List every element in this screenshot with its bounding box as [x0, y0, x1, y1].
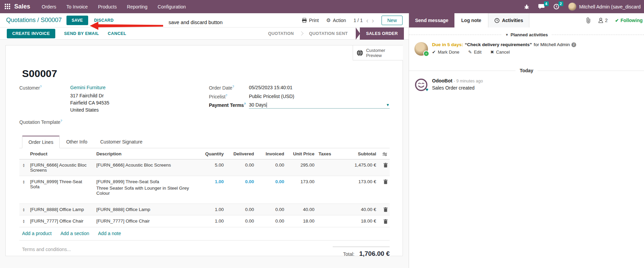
edit-activity-button[interactable]: ✎Edit [468, 50, 481, 55]
tab-customer-signature[interactable]: Customer Signature [94, 136, 149, 148]
drag-handle-icon[interactable]: ▲▼ [21, 207, 26, 212]
menu-reporting[interactable]: Reporting [127, 4, 148, 9]
cancel-activity-button[interactable]: ✖Cancel [490, 50, 510, 55]
menu-to-invoice[interactable]: To Invoice [66, 4, 88, 9]
send-by-email-button[interactable]: SEND BY EMAIL [64, 31, 99, 36]
breadcrumb[interactable]: Quotations / S00007 [6, 17, 62, 24]
info-icon[interactable]: i [571, 42, 576, 47]
statusbar: CREATE INVOICE SEND BY EMAIL CANCEL QUOT… [0, 27, 409, 40]
pencil-icon: ✎ [468, 50, 472, 55]
activity-due: Due in 5 days: [432, 42, 463, 47]
customer-link[interactable]: Gemini Furniture [70, 85, 105, 90]
dropdown-caret-icon[interactable]: ▼ [386, 103, 390, 107]
cancel-button[interactable]: CANCEL [108, 31, 126, 36]
check-icon: ✔ [615, 18, 619, 23]
log-note-button[interactable]: Log note [454, 13, 488, 27]
add-a-product-link[interactable]: Add a product [22, 231, 52, 236]
table-row[interactable]: ▲▼ [FURN_8888] Office Lamp [FURN_8888] O… [19, 204, 390, 215]
optional-columns-button[interactable] [378, 148, 390, 159]
message-author[interactable]: OdooBot [432, 78, 452, 83]
text-cursor [267, 102, 267, 108]
menu-configuration[interactable]: Configuration [158, 4, 186, 9]
apps-grid-icon[interactable] [5, 4, 11, 10]
add-a-section-link[interactable]: Add a section [60, 231, 89, 236]
tab-order-lines[interactable]: Order Lines [22, 136, 60, 148]
order-date-field[interactable]: 05/25/2023 15:40:01 [249, 85, 292, 91]
pager-prev-icon[interactable]: ‹ [366, 17, 369, 24]
customer-preview-button[interactable]: Customer Preview [353, 45, 403, 60]
following-button[interactable]: ✔ Following [615, 18, 643, 23]
send-message-button[interactable]: Send message [409, 13, 454, 27]
planned-activities-toggle[interactable]: ▼ Planned activities [505, 32, 548, 37]
terms-placeholder[interactable]: Terms and conditions... [22, 247, 71, 257]
add-a-note-link[interactable]: Add a note [98, 231, 121, 236]
stage-sales-order[interactable]: SALES ORDER [360, 27, 404, 40]
drag-handle-icon[interactable]: ▲▼ [21, 179, 26, 184]
stage-separator-icon [299, 31, 304, 36]
person-icon [598, 18, 603, 23]
table-row[interactable]: ▲▼ [FURN_8999] Three-Seat Sofa [FURN_899… [19, 176, 390, 204]
action-button[interactable]: ⚙ Action [326, 17, 346, 23]
col-unit-price[interactable]: Unit Price [286, 148, 316, 159]
app-name[interactable]: Sales [14, 3, 30, 10]
debug-bug-icon[interactable] [524, 4, 529, 9]
menu-products[interactable]: Products [98, 4, 117, 9]
delete-row-icon[interactable] [384, 162, 388, 168]
planned-activities-divider: ▼ Planned activities [409, 32, 644, 37]
attachments-button[interactable] [586, 17, 591, 23]
gear-icon: ⚙ [326, 17, 331, 23]
order-date-label: Order Date? [209, 85, 249, 91]
delete-row-icon[interactable] [384, 207, 388, 212]
mark-done-button[interactable]: ✔Mark Done [432, 50, 459, 55]
message-item: ♥ OdooBot - 9 minutes ago Sales Order cr… [409, 75, 644, 95]
top-nav: Sales Orders To Invoice Products Reporti… [0, 0, 644, 13]
heart-icon: ♥ [426, 87, 428, 92]
stage-quotation[interactable]: QUOTATION [263, 28, 298, 39]
today-label: Today [520, 68, 533, 73]
total-box: Total: 1,706.00 € [333, 247, 390, 257]
main-column: Quotations / S00007 SAVE DISCARD save an… [0, 13, 409, 268]
today-divider: Today [409, 68, 644, 73]
activities-clock-icon[interactable]: 2 [553, 4, 559, 9]
new-button[interactable]: New [382, 16, 403, 25]
drag-handle-icon[interactable]: ▲▼ [21, 162, 26, 168]
col-description[interactable]: Description [94, 148, 199, 159]
clock-icon [494, 18, 500, 23]
print-button[interactable]: Print [302, 18, 319, 23]
activity-avatar[interactable]: ≡ [414, 42, 428, 56]
col-invoiced[interactable]: Invoiced [256, 148, 286, 159]
pricelist-field[interactable]: Public Pricelist (USD) [249, 94, 294, 99]
tab-other-info[interactable]: Other Info [60, 136, 94, 148]
col-taxes[interactable]: Taxes [316, 148, 340, 159]
col-subtotal[interactable]: Subtotal [340, 148, 378, 159]
stage-quotation-sent[interactable]: QUOTATION SENT [304, 28, 352, 39]
create-invoice-button[interactable]: CREATE INVOICE [7, 29, 55, 38]
message-time: - 9 minutes ago [454, 79, 483, 83]
pager-value: 1 / 1 [353, 18, 363, 23]
col-quantity[interactable]: Quantity [199, 148, 226, 159]
messages-icon[interactable]: 4 [538, 4, 545, 9]
col-product[interactable]: Product [28, 148, 94, 159]
save-button[interactable]: SAVE [66, 16, 88, 25]
drag-handle-icon[interactable]: ▲▼ [21, 218, 26, 224]
activity-assignee: for Mitchell Admin [534, 42, 570, 47]
followers-button[interactable]: 2 [598, 18, 608, 23]
col-delivered[interactable]: Delivered [226, 148, 256, 159]
control-panel: Quotations / S00007 SAVE DISCARD save an… [0, 13, 409, 27]
menu-orders[interactable]: Orders [42, 4, 56, 9]
pricelist-label: Pricelist? [209, 94, 249, 99]
user-avatar[interactable] [568, 2, 577, 11]
delete-row-icon[interactable] [384, 179, 388, 184]
table-row[interactable]: ▲▼ [FURN_7777] Office Chair [FURN_7777] … [19, 215, 390, 227]
user-name[interactable]: Mitchell Admin (save_discard [579, 4, 641, 9]
activities-button[interactable]: Activities [488, 13, 529, 27]
delete-row-icon[interactable] [384, 218, 388, 224]
order-lines-table: Product Description Quantity Delivered I… [19, 148, 390, 227]
activities-badge: 2 [559, 1, 563, 6]
messages-badge: 4 [544, 1, 549, 6]
pager: 1 / 1 ‹ › [353, 17, 374, 24]
pager-next-icon[interactable]: › [372, 17, 374, 24]
x-icon: ✖ [490, 50, 494, 55]
payment-terms-field[interactable]: 30 Days ▼ [249, 102, 390, 109]
table-row[interactable]: ▲▼ [FURN_6666] Acoustic Bloc Screens [FU… [19, 159, 390, 176]
